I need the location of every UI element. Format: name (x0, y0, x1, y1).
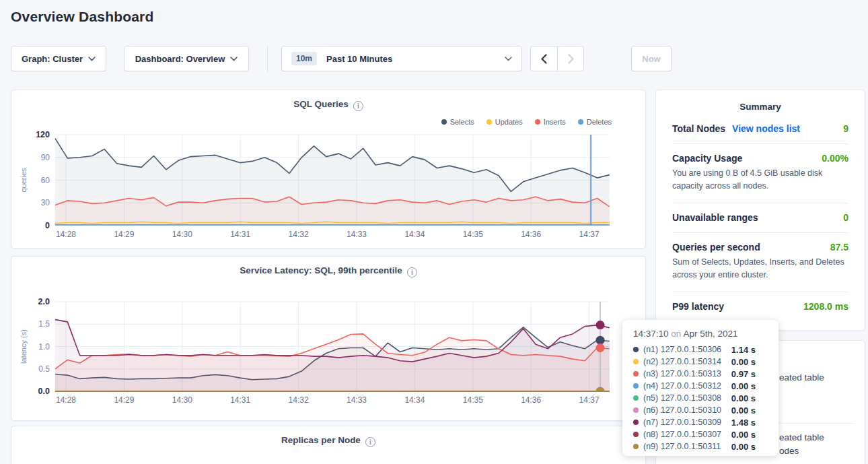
svg-text:14:33: 14:33 (347, 230, 367, 239)
svg-text:1.0: 1.0 (38, 342, 50, 352)
chevron-down-icon (505, 57, 512, 61)
summary-row: P99 latency1208.0 ms (672, 292, 848, 321)
graph-dropdown[interactable]: Graph: Cluster (11, 46, 106, 71)
svg-text:14:34: 14:34 (404, 395, 425, 405)
now-button[interactable]: Now (631, 46, 672, 71)
summary-row-value: 87.5 (830, 242, 848, 253)
replicas-per-node-panel: Replicas per Nodei (11, 426, 646, 464)
chevron-down-icon (88, 57, 96, 61)
node-address: (n4) 127.0.0.1:50312 (643, 381, 721, 391)
node-color-dot (633, 383, 639, 389)
node-address: (n2) 127.0.0.1:50314 (643, 357, 721, 366)
view-nodes-list-link[interactable]: View nodes list (732, 123, 800, 134)
node-latency-value: 0.00 s (731, 357, 756, 367)
svg-text:14:30: 14:30 (172, 395, 192, 405)
node-latency-value: 1.14 s (731, 345, 756, 355)
graph-dropdown-label: Graph: Cluster (22, 54, 83, 64)
svg-text:14:29: 14:29 (114, 395, 134, 405)
svg-text:1.5: 1.5 (38, 319, 50, 329)
service-latency-panel: Service Latency: SQL, 99th percentilei 0… (11, 256, 646, 421)
svg-text:14:31: 14:31 (230, 395, 250, 405)
tooltip-node-row: (n4) 127.0.0.1:503120.00 s (633, 380, 768, 392)
node-latency-value: 0.00 s (731, 430, 756, 440)
summary-row-label: Total Nodes (672, 123, 725, 134)
time-pager (530, 46, 584, 71)
node-address: (n1) 127.0.0.1:50306 (643, 345, 721, 354)
svg-text:14:34: 14:34 (404, 230, 425, 239)
node-color-dot (633, 444, 639, 449)
summary-row-label: Unavailable ranges (672, 212, 758, 223)
info-icon[interactable]: i (365, 437, 375, 447)
node-address: (n3) 127.0.0.1:50313 (643, 369, 721, 378)
svg-text:latency (s): latency (s) (20, 329, 28, 364)
node-latency-value: 0.00 s (731, 442, 756, 452)
svg-text:0.0: 0.0 (38, 387, 50, 396)
event-text-fragment: eated table (779, 432, 824, 442)
node-color-dot (633, 347, 639, 352)
time-range-label: Past 10 Minutes (326, 54, 392, 64)
page-title: Overview Dashboard (11, 9, 154, 25)
svg-text:30: 30 (41, 198, 50, 207)
svg-text:14:29: 14:29 (114, 230, 134, 239)
event-text-fragment: odes (779, 446, 799, 456)
summary-row-value: 0.00% (822, 153, 848, 164)
svg-text:14:28: 14:28 (56, 395, 76, 405)
node-latency-value: 0.00 s (731, 405, 756, 416)
node-address: (n9) 127.0.0.1:50311 (643, 442, 721, 451)
tooltip-node-row: (n2) 127.0.0.1:503140.00 s (633, 356, 768, 368)
time-range-picker[interactable]: 10m Past 10 Minutes (281, 46, 522, 71)
sql-queries-panel: SQL Queriesi SelectsUpdatesInsertsDelete… (11, 90, 646, 248)
svg-text:60: 60 (41, 176, 50, 185)
svg-text:0: 0 (45, 221, 50, 230)
node-color-dot (633, 407, 639, 413)
tooltip-node-row: (n3) 127.0.0.1:503130.97 s (633, 368, 768, 380)
time-range-badge: 10m (291, 52, 317, 65)
tooltip-node-row: (n6) 127.0.0.1:503100.00 s (633, 404, 768, 416)
dashboard-dropdown[interactable]: Dashboard: Overview (124, 46, 249, 71)
tooltip-node-row: (n7) 127.0.0.1:503091.48 s (633, 416, 768, 428)
service-latency-chart[interactable]: 0.00.51.01.52.014:2814:2914:3014:3114:32… (11, 257, 647, 420)
node-latency-value: 0.00 s (731, 393, 756, 403)
node-address: (n8) 127.0.0.1:50307 (643, 430, 721, 439)
node-latency-value: 0.97 s (731, 369, 756, 379)
node-latency-value: 1.48 s (731, 418, 756, 428)
svg-text:14:31: 14:31 (230, 230, 250, 239)
summary-panel: Summary Total NodesView nodes list9Capac… (655, 90, 865, 331)
node-address: (n6) 127.0.0.1:50310 (643, 405, 721, 415)
summary-row-value: 1208.0 ms (803, 301, 848, 312)
node-color-dot (633, 395, 639, 401)
summary-title: Summary (656, 90, 865, 114)
svg-text:90: 90 (41, 153, 50, 162)
event-text-fragment: eated table (779, 372, 824, 383)
dashboard-dropdown-label: Dashboard: Overview (135, 54, 225, 64)
tooltip-node-row: (n5) 127.0.0.1:503080.00 s (633, 392, 768, 404)
svg-text:14:37: 14:37 (579, 230, 600, 239)
svg-text:queries: queries (20, 168, 28, 193)
svg-text:14:36: 14:36 (521, 395, 541, 405)
summary-row-value: 9 (843, 123, 848, 134)
node-address: (n5) 127.0.0.1:50308 (643, 393, 721, 403)
chart-tooltip: 14:37:10 on Apr 5th, 2021 (n1) 127.0.0.1… (622, 320, 779, 456)
node-color-dot (633, 359, 639, 364)
next-range-button[interactable] (557, 46, 584, 71)
svg-text:14:35: 14:35 (463, 230, 483, 239)
summary-row-label: P99 latency (672, 301, 724, 312)
svg-text:2.0: 2.0 (38, 297, 50, 306)
sql-queries-chart[interactable]: 030609012014:2814:2914:3014:3114:3214:33… (11, 90, 647, 248)
prev-range-button[interactable] (530, 46, 557, 71)
node-address: (n7) 127.0.0.1:50309 (643, 418, 721, 427)
svg-text:14:36: 14:36 (521, 230, 541, 239)
tooltip-node-row: (n8) 127.0.0.1:503070.00 s (633, 428, 768, 440)
svg-text:14:30: 14:30 (172, 230, 192, 239)
tooltip-node-row: (n1) 127.0.0.1:503061.14 s (633, 343, 768, 356)
toolbar-divider (267, 45, 268, 72)
node-color-dot (633, 371, 639, 376)
tooltip-node-row: (n9) 127.0.0.1:503110.00 s (633, 440, 768, 453)
node-color-dot (633, 420, 639, 425)
summary-row-value: 0 (843, 212, 848, 223)
svg-text:0.5: 0.5 (38, 364, 50, 374)
svg-text:14:37: 14:37 (579, 395, 600, 405)
summary-row: Capacity Usage0.00%You are using 0 B of … (672, 143, 848, 203)
summary-row: Queries per second87.5Sum of Selects, Up… (672, 232, 848, 292)
chart-title: Replicas per Node (281, 435, 361, 445)
